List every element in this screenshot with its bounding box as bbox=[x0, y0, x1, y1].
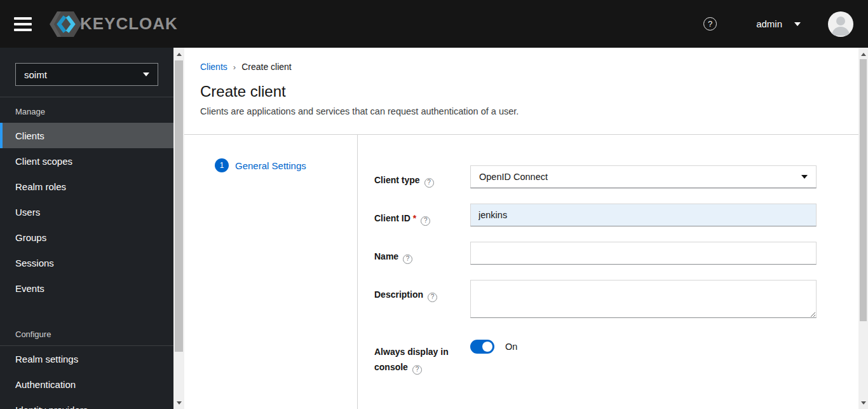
sidebar-item-authentication[interactable]: Authentication bbox=[0, 371, 173, 397]
page-title: Create client bbox=[200, 83, 843, 101]
chevron-down-icon bbox=[794, 22, 801, 26]
sidebar-item-users[interactable]: Users bbox=[0, 199, 173, 225]
keycloak-logo: KEYCLOAK bbox=[48, 9, 178, 39]
help-circle-icon[interactable]: ? bbox=[412, 365, 422, 375]
always-display-row: Always display in console? On bbox=[374, 337, 858, 375]
main-scrollbar[interactable] bbox=[858, 48, 868, 409]
sidebar-scrollbar[interactable] bbox=[173, 48, 184, 409]
help-icon[interactable]: ? bbox=[703, 17, 717, 31]
breadcrumb-current: Create client bbox=[241, 62, 292, 72]
create-client-form: Client type? OpenID Connect Client ID*? bbox=[358, 135, 858, 409]
name-label: Name? bbox=[374, 242, 470, 265]
client-id-label: Client ID*? bbox=[374, 204, 470, 226]
help-circle-icon[interactable]: ? bbox=[403, 254, 412, 264]
sidebar-item-realm-roles[interactable]: Realm roles bbox=[0, 174, 173, 199]
step-label: General Settings bbox=[235, 160, 306, 171]
wizard-nav: 1 General Settings bbox=[184, 135, 358, 409]
chevron-down-icon bbox=[801, 175, 808, 179]
help-circle-icon[interactable]: ? bbox=[424, 178, 434, 188]
scroll-up-icon[interactable] bbox=[858, 49, 868, 59]
breadcrumb: Clients › Create client bbox=[200, 62, 843, 72]
wizard-step-general-settings[interactable]: 1 General Settings bbox=[215, 158, 357, 172]
toggle-knob bbox=[482, 342, 492, 352]
client-type-label: Client type? bbox=[374, 165, 470, 188]
always-display-label: Always display in console? bbox=[374, 337, 470, 375]
name-row: Name? bbox=[374, 242, 858, 265]
avatar[interactable] bbox=[828, 11, 853, 37]
scroll-down-icon[interactable] bbox=[858, 398, 868, 408]
client-id-input[interactable] bbox=[470, 204, 817, 226]
main-content: Clients › Create client Create client Cl… bbox=[184, 48, 858, 409]
always-display-toggle[interactable] bbox=[470, 340, 494, 354]
sidebar-nav: soimt Manage Clients Client scopes Realm… bbox=[0, 48, 173, 409]
sidebar-item-client-scopes[interactable]: Client scopes bbox=[0, 148, 173, 174]
chevron-down-icon bbox=[143, 73, 149, 76]
name-input[interactable] bbox=[470, 242, 817, 265]
step-number-badge: 1 bbox=[215, 158, 229, 172]
description-textarea[interactable] bbox=[470, 280, 817, 318]
required-asterisk: * bbox=[413, 213, 416, 223]
main-scrollbar-thumb[interactable] bbox=[860, 59, 867, 321]
client-type-selected-value: OpenID Connect bbox=[479, 172, 548, 182]
person-icon bbox=[828, 11, 853, 37]
hamburger-menu-icon[interactable] bbox=[14, 17, 32, 31]
help-circle-icon[interactable]: ? bbox=[428, 293, 437, 302]
realm-selector[interactable]: soimt bbox=[15, 63, 158, 86]
client-type-select[interactable]: OpenID Connect bbox=[470, 165, 817, 188]
keycloak-admin-console: KEYCLOAK ? admin soimt Manage bbox=[0, 0, 868, 409]
top-bar: KEYCLOAK ? admin bbox=[0, 0, 868, 48]
client-type-row: Client type? OpenID Connect bbox=[374, 165, 858, 188]
nav-section-manage: Manage bbox=[0, 97, 173, 123]
sidebar-item-identity-providers[interactable]: Identity providers bbox=[0, 397, 173, 409]
sidebar-item-groups[interactable]: Groups bbox=[0, 225, 173, 250]
page-header: Clients › Create client Create client Cl… bbox=[184, 48, 858, 116]
sidebar-item-events[interactable]: Events bbox=[0, 275, 173, 301]
breadcrumb-clients-link[interactable]: Clients bbox=[200, 62, 227, 72]
sidebar-item-realm-settings[interactable]: Realm settings bbox=[0, 346, 173, 371]
sidebar-scrollbar-thumb[interactable] bbox=[175, 60, 183, 352]
realm-selector-value: soimt bbox=[24, 69, 47, 80]
user-dropdown[interactable]: admin bbox=[756, 18, 801, 29]
scroll-down-icon[interactable] bbox=[173, 398, 184, 408]
client-id-row: Client ID*? bbox=[374, 204, 858, 226]
nav-section-configure: Configure bbox=[0, 320, 173, 345]
keycloak-logo-icon bbox=[48, 9, 84, 39]
description-label: Description? bbox=[374, 280, 470, 321]
breadcrumb-separator-icon: › bbox=[233, 62, 236, 72]
brand-text: KEYCLOAK bbox=[80, 14, 178, 34]
description-row: Description? bbox=[374, 280, 858, 321]
help-circle-icon[interactable]: ? bbox=[421, 216, 430, 226]
sidebar-item-sessions[interactable]: Sessions bbox=[0, 250, 173, 275]
toggle-state-label: On bbox=[505, 342, 517, 352]
sidebar-item-clients[interactable]: Clients bbox=[0, 123, 173, 148]
scroll-up-icon[interactable] bbox=[173, 49, 184, 59]
username: admin bbox=[756, 18, 782, 29]
page-subtitle: Clients are applications and services th… bbox=[200, 106, 843, 116]
